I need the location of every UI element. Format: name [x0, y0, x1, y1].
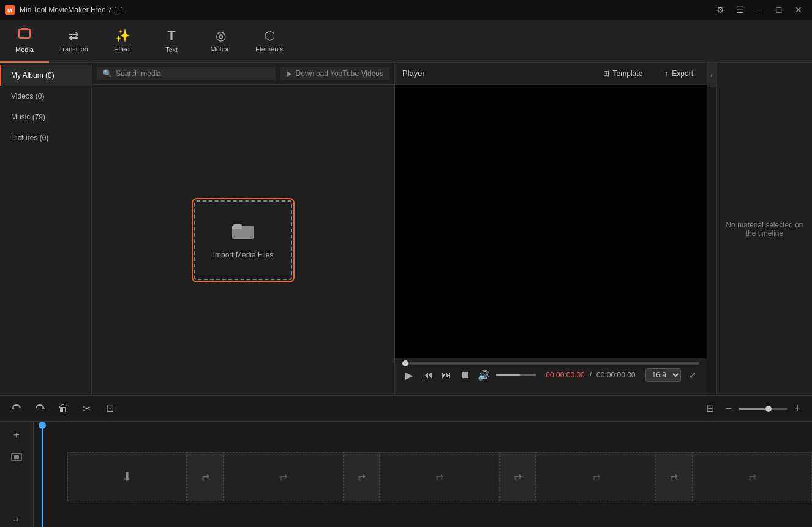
toolbar-item-motion-label: Motion	[210, 45, 230, 53]
search-media-label: Search media	[116, 69, 161, 78]
volume-slider[interactable]	[496, 374, 536, 376]
right-panel: No material selected on the timeline	[716, 63, 812, 395]
toolbar-item-media[interactable]: Media	[0, 20, 49, 63]
sidebar-item-my-album[interactable]: My Album (0)	[0, 65, 91, 86]
playhead[interactable]	[42, 422, 43, 527]
download-youtube-button[interactable]: ▶ Download YouTube Videos	[280, 67, 389, 80]
timeline-left-panel: + ♫	[0, 422, 34, 527]
motion-icon: ◎	[216, 28, 226, 43]
toolbar-item-elements[interactable]: ⬡ Elements	[245, 20, 294, 63]
crop-button[interactable]: ⊡	[100, 400, 119, 418]
timeline-cell-4[interactable]: ⇄	[536, 452, 655, 501]
next-frame-button[interactable]: ⏭	[440, 370, 454, 381]
no-material-message: No material selected on the timeline	[717, 63, 812, 395]
toolbar-item-transition[interactable]: ⇄ Transition	[49, 20, 98, 63]
stop-button[interactable]: ⏹	[459, 370, 473, 381]
toolbar-item-effect[interactable]: ✨ Effect	[98, 20, 147, 63]
svg-rect-3	[21, 28, 28, 30]
zoom-thumb[interactable]	[765, 406, 772, 412]
template-button[interactable]: ⊞ Template	[597, 67, 649, 80]
aspect-ratio-select[interactable]: 16:9 9:16 4:3 1:1	[645, 368, 681, 382]
toolbar-item-text[interactable]: T Text	[147, 20, 196, 63]
title-buttons: ⚙ ☰ ─ □ ✕	[712, 1, 807, 18]
play-button[interactable]: ▶	[402, 370, 416, 381]
timeline-cell-main[interactable]: ⬇	[67, 452, 187, 501]
export-button[interactable]: ↑ Export	[658, 67, 699, 80]
app-icon: M	[5, 5, 15, 15]
export-icon: ↑	[664, 69, 668, 78]
sidebar-item-music[interactable]: Music (79)	[0, 107, 91, 127]
close-button[interactable]: ✕	[790, 1, 807, 18]
media-panel: 🔍 Search media ▶ Download YouTube Videos…	[92, 63, 394, 395]
search-media-button[interactable]: 🔍 Search media	[97, 67, 276, 80]
toolbar-item-media-label: Media	[15, 46, 34, 53]
maximize-button[interactable]: □	[770, 1, 788, 18]
fullscreen-button[interactable]: ⤢	[686, 370, 700, 380]
settings-button[interactable]: ⚙	[712, 1, 729, 18]
template-icon: ⊞	[603, 69, 609, 78]
video-area	[395, 85, 707, 358]
player-label: Player	[402, 69, 587, 78]
bottom-toolbar: 🗑 ✂ ⊡ ⊟ − +	[0, 395, 812, 421]
add-track-button[interactable]: +	[7, 427, 26, 444]
timeline-cell-3[interactable]: ⇄	[380, 452, 499, 501]
toolbar-item-transition-label: Transition	[59, 45, 88, 53]
download-yt-label: Download YouTube Videos	[296, 69, 383, 78]
video-track-row: ⬇ ⇄ ⇄ ⇄ ⇄ ⇄ ⇄	[67, 452, 812, 501]
transition-icon: ⇄	[69, 28, 79, 43]
timeline-cell-5[interactable]: ⇄	[693, 452, 812, 501]
zoom-controls: ⊟ − +	[701, 400, 805, 418]
text-icon: T	[167, 28, 175, 44]
media-toolbar: 🔍 Search media ▶ Download YouTube Videos	[92, 63, 394, 85]
time-current: 00:00:00.00	[546, 371, 584, 379]
folder-icon	[232, 221, 254, 243]
elements-icon: ⬡	[265, 28, 275, 43]
video-track-icon	[7, 449, 26, 466]
split-view-button[interactable]: ⊟	[701, 400, 719, 418]
time-separator: /	[590, 371, 592, 379]
import-media-box[interactable]: Import Media Files	[194, 200, 292, 280]
collapse-panel-button[interactable]: ›	[707, 63, 716, 87]
sidebar-item-pictures[interactable]: Pictures (0)	[0, 127, 91, 148]
zoom-slider[interactable]	[739, 408, 788, 410]
svg-rect-2	[19, 29, 30, 38]
titlebar: M MiniTool MovieMaker Free 7.1.1 ⚙ ☰ ─ □…	[0, 0, 812, 20]
minimize-button[interactable]: ─	[751, 1, 768, 18]
sidebar-item-videos[interactable]: Videos (0)	[0, 86, 91, 107]
player-controls: ▶ ⏮ ⏭ ⏹ 🔊 00:00:00.00 / 00:00:00.00 16:9…	[395, 358, 707, 395]
zoom-out-button[interactable]: −	[721, 402, 736, 415]
player-panel: Player ⊞ Template ↑ Export ▶ ⏮ ⏭ ⏹ 🔊	[394, 63, 707, 395]
player-header: Player ⊞ Template ↑ Export	[395, 63, 707, 85]
prev-frame-button[interactable]: ⏮	[421, 370, 435, 381]
media-content: Import Media Files	[92, 85, 394, 395]
app-title: MiniTool MovieMaker Free 7.1.1	[20, 6, 707, 14]
progress-bar[interactable]	[402, 362, 699, 365]
audio-track-icon: ♫	[7, 510, 26, 527]
timeline-connector-2[interactable]: ⇄	[344, 452, 380, 501]
timeline-connector-3[interactable]: ⇄	[500, 452, 536, 501]
zoom-in-button[interactable]: +	[790, 402, 805, 415]
time-total: 00:00:00.00	[596, 371, 635, 379]
media-icon	[18, 27, 31, 44]
timeline-main[interactable]: ⬇ ⇄ ⇄ ⇄ ⇄ ⇄ ⇄	[34, 422, 812, 527]
cut-button[interactable]: ✂	[77, 400, 96, 418]
progress-thumb[interactable]	[402, 360, 408, 366]
undo-button[interactable]	[7, 400, 26, 418]
search-icon: 🔍	[103, 69, 112, 78]
svg-rect-6	[233, 224, 242, 227]
toolbar-item-elements-label: Elements	[255, 45, 284, 53]
toolbar-item-motion[interactable]: ◎ Motion	[196, 20, 245, 63]
timeline-cell-2[interactable]: ⇄	[224, 452, 343, 501]
zoom-fill	[739, 408, 768, 410]
delete-button[interactable]: 🗑	[54, 400, 72, 418]
volume-fill	[496, 374, 520, 376]
redo-button[interactable]	[31, 400, 49, 418]
timeline-connector-4[interactable]: ⇄	[656, 452, 693, 501]
volume-button[interactable]: 🔊	[477, 370, 491, 381]
timeline-connector-1[interactable]: ⇄	[187, 452, 224, 501]
import-media-label: Import Media Files	[213, 251, 274, 259]
download-to-cell-icon: ⬇	[122, 469, 132, 484]
menu-button[interactable]: ☰	[731, 1, 748, 18]
main-area: My Album (0) Videos (0) Music (79) Pictu…	[0, 63, 812, 395]
sidebar: My Album (0) Videos (0) Music (79) Pictu…	[0, 63, 92, 395]
